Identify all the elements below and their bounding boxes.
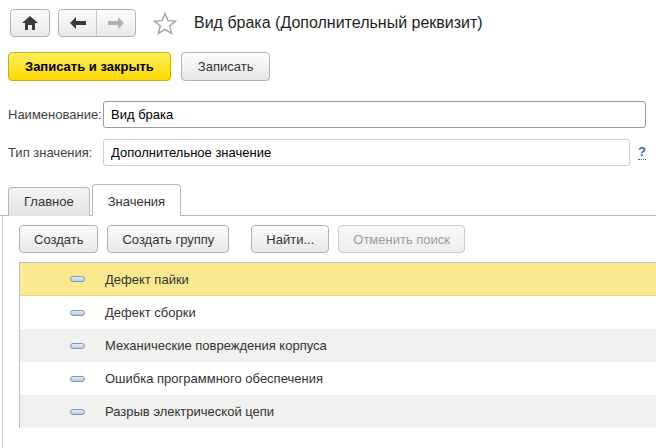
create-button[interactable]: Создать: [19, 225, 98, 253]
home-button[interactable]: [10, 9, 50, 37]
list-item-label: Разрыв электрической цепи: [105, 404, 274, 419]
tab-strip: Главное Значения: [0, 183, 656, 216]
save-and-close-button[interactable]: Записать и закрыть: [8, 52, 171, 81]
list-item-label: Дефект пайки: [105, 272, 189, 287]
cancel-search-button[interactable]: Отменить поиск: [338, 225, 465, 253]
name-field-label: Наименование:: [8, 107, 103, 122]
list-item-label: Дефект сборки: [105, 305, 196, 320]
list-item-label: Ошибка программного обеспечения: [105, 371, 323, 386]
page-title: Вид брака (Дополнительный реквизит): [194, 14, 483, 32]
save-button[interactable]: Записать: [181, 52, 271, 81]
values-list: Дефект пайки Дефект сборки Механические …: [19, 262, 656, 428]
dash-item-icon: [70, 343, 85, 349]
forward-button[interactable]: [97, 10, 135, 36]
name-field-row: Наименование:: [0, 99, 656, 129]
list-item[interactable]: Дефект сборки: [20, 296, 656, 329]
list-command-bar: Создать Создать группу Найти... Отменить…: [3, 216, 656, 262]
list-item[interactable]: Дефект пайки: [20, 263, 656, 296]
home-icon: [22, 16, 38, 30]
favorite-star-button[interactable]: [152, 12, 178, 35]
forward-arrow-icon: [108, 17, 124, 29]
back-button[interactable]: [59, 10, 97, 36]
tab-values[interactable]: Значения: [92, 184, 181, 216]
value-type-input[interactable]: [103, 139, 630, 166]
list-item[interactable]: Ошибка программного обеспечения: [20, 362, 656, 395]
type-field-row: Тип значения: ?: [0, 137, 656, 167]
type-field-label: Тип значения:: [8, 145, 103, 160]
back-arrow-icon: [70, 17, 86, 29]
list-item-label: Механические повреждения корпуса: [105, 338, 327, 353]
values-panel: Создать Создать группу Найти... Отменить…: [2, 216, 656, 448]
tab-main[interactable]: Главное: [8, 187, 90, 216]
form-command-bar: Записать и закрыть Записать: [0, 44, 656, 91]
list-item[interactable]: Механические повреждения корпуса: [20, 329, 656, 362]
history-nav-group: [58, 9, 136, 37]
dash-item-icon: [70, 409, 85, 415]
create-group-button[interactable]: Создать группу: [107, 225, 229, 253]
list-item[interactable]: Разрыв электрической цепи: [20, 395, 656, 428]
dash-item-icon: [70, 310, 85, 316]
find-button[interactable]: Найти...: [251, 225, 329, 253]
value-type-help-link[interactable]: ?: [638, 144, 646, 160]
top-navigation-bar: Вид брака (Дополнительный реквизит): [0, 0, 656, 44]
star-outline-icon: [153, 12, 177, 35]
dash-item-icon: [70, 276, 85, 282]
name-input[interactable]: [103, 101, 646, 128]
dash-item-icon: [70, 376, 85, 382]
